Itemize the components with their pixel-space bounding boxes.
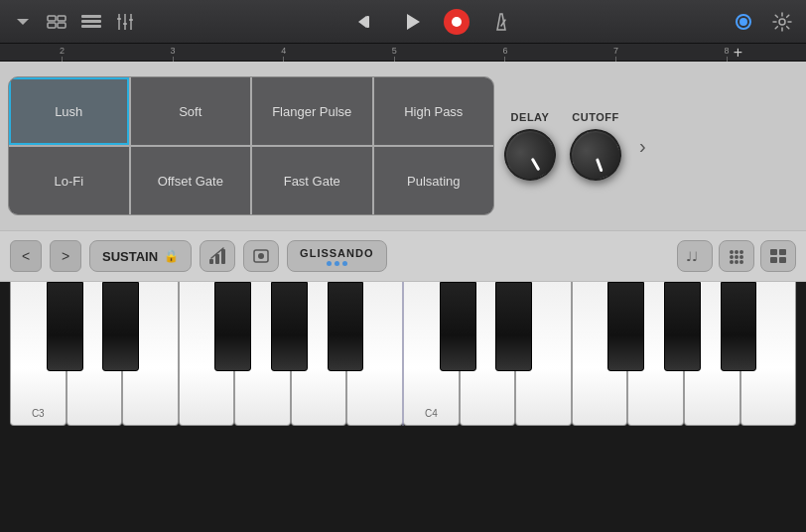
svg-rect-38 xyxy=(770,249,777,255)
next-button[interactable]: > xyxy=(50,240,81,272)
list-view-button[interactable] xyxy=(77,10,105,34)
black-key-wrapper xyxy=(607,282,644,371)
rewind-button[interactable] xyxy=(352,9,380,35)
play-button[interactable] xyxy=(398,8,426,36)
black-key[interactable] xyxy=(214,282,251,371)
svg-rect-2 xyxy=(58,16,66,21)
dots-view-button[interactable] xyxy=(719,240,754,272)
delay-knob[interactable] xyxy=(494,119,565,190)
black-key[interactable] xyxy=(102,282,139,371)
black-key[interactable] xyxy=(440,282,476,371)
piano-area: C3C4 xyxy=(0,282,806,426)
svg-rect-40 xyxy=(770,257,777,263)
loop-button[interactable] xyxy=(729,9,758,35)
ruler-mark: 8 xyxy=(725,46,730,62)
black-key-wrapper xyxy=(271,282,308,371)
black-key[interactable] xyxy=(721,282,757,371)
ruler-mark: 6 xyxy=(502,46,507,62)
preset-soft[interactable]: Soft xyxy=(131,77,251,145)
black-key-wrapper xyxy=(440,282,476,371)
grid-view-button[interactable] xyxy=(760,240,796,272)
key-label: C4 xyxy=(425,408,438,419)
preset-fast-gate[interactable]: Fast Gate xyxy=(252,147,372,214)
lock-icon: 🔒 xyxy=(164,249,179,263)
record-button[interactable] xyxy=(444,9,470,35)
svg-point-34 xyxy=(739,255,743,259)
expand-chevron[interactable]: › xyxy=(635,131,650,162)
delay-knob-group: DELAY xyxy=(504,111,556,181)
svg-rect-39 xyxy=(779,249,786,255)
chord-button[interactable] xyxy=(243,240,279,272)
black-key[interactable] xyxy=(664,282,701,371)
ruler-mark: 5 xyxy=(392,46,397,62)
toolbar-right xyxy=(729,8,796,36)
right-icon-group: ♩♩ xyxy=(677,240,796,272)
svg-marker-14 xyxy=(358,16,366,28)
presets-section: Lush Soft Flanger Pulse High Pass Lo-Fi … xyxy=(8,69,494,222)
black-key[interactable] xyxy=(495,282,532,371)
ruler-mark: 4 xyxy=(281,46,286,62)
svg-text:♩♩: ♩♩ xyxy=(686,249,698,264)
ruler-inner: 2 3 4 5 6 7 8 xyxy=(60,44,730,62)
toolbar xyxy=(0,0,806,44)
piano-keys: C3C4 xyxy=(0,282,806,426)
grid-dots-icon xyxy=(727,247,746,265)
svg-rect-11 xyxy=(117,18,121,20)
bottom-controls: < > SUSTAIN 🔒 GLISSANDO ♩♩ xyxy=(0,230,806,282)
black-key[interactable] xyxy=(607,282,644,371)
svg-point-17 xyxy=(452,17,462,27)
svg-marker-16 xyxy=(407,14,420,30)
black-key-wrapper xyxy=(328,282,364,371)
svg-rect-3 xyxy=(48,23,56,28)
key-label: C3 xyxy=(32,408,45,419)
svg-rect-15 xyxy=(366,16,369,28)
black-key-wrapper xyxy=(102,282,139,371)
notes-view-button[interactable]: ♩♩ xyxy=(677,240,713,272)
add-track-button[interactable]: + xyxy=(730,44,746,62)
preset-lofi[interactable]: Lo-Fi xyxy=(9,147,129,214)
prev-button[interactable]: < xyxy=(10,240,42,272)
svg-rect-24 xyxy=(215,254,219,264)
track-view-button[interactable] xyxy=(42,10,71,34)
preset-lush[interactable]: Lush xyxy=(9,77,129,145)
glissando-dots xyxy=(327,261,347,266)
cutoff-knob[interactable] xyxy=(563,122,629,189)
sustain-button[interactable]: SUSTAIN 🔒 xyxy=(89,240,192,272)
preset-offset-gate[interactable]: Offset Gate xyxy=(131,147,251,214)
notes-icon: ♩♩ xyxy=(685,247,705,265)
ruler-mark: 3 xyxy=(171,46,176,62)
settings-button[interactable] xyxy=(768,8,796,36)
black-key[interactable] xyxy=(47,282,83,371)
svg-rect-6 xyxy=(81,20,101,23)
black-key-wrapper xyxy=(47,282,83,371)
svg-point-33 xyxy=(735,255,739,259)
svg-point-36 xyxy=(735,260,739,264)
ruler: 2 3 4 5 6 7 8 xyxy=(0,44,806,62)
svg-rect-7 xyxy=(81,25,101,28)
dropdown-button[interactable] xyxy=(10,9,36,35)
content-area: Lush Soft Flanger Pulse High Pass Lo-Fi … xyxy=(0,62,806,230)
svg-rect-41 xyxy=(779,257,786,263)
ruler-marks: 2 3 4 5 6 7 8 xyxy=(60,44,730,62)
svg-rect-4 xyxy=(58,23,66,28)
metronome-button[interactable] xyxy=(487,8,515,36)
glissando-button[interactable]: GLISSANDO xyxy=(287,240,386,272)
preset-pulsating[interactable]: Pulsating xyxy=(374,147,494,214)
svg-point-37 xyxy=(739,260,743,264)
svg-point-32 xyxy=(730,255,734,259)
cutoff-knob-group: CUTOFF xyxy=(570,111,621,181)
black-key[interactable] xyxy=(328,282,364,371)
layout-icon xyxy=(768,247,788,265)
svg-rect-13 xyxy=(129,19,133,21)
preset-grid: Lush Soft Flanger Pulse High Pass Lo-Fi … xyxy=(8,76,494,215)
black-key[interactable] xyxy=(271,282,308,371)
preset-high-pass[interactable]: High Pass xyxy=(374,77,494,145)
arp-button[interactable] xyxy=(200,240,235,272)
mixer-button[interactable] xyxy=(111,10,139,34)
black-key-wrapper xyxy=(664,282,701,371)
black-key-wrapper xyxy=(214,282,251,371)
knobs-section: DELAY CUTOFF › xyxy=(494,69,798,222)
preset-flanger-pulse[interactable]: Flanger Pulse xyxy=(252,77,372,145)
ruler-mark: 7 xyxy=(613,46,618,62)
toolbar-center xyxy=(145,8,723,36)
